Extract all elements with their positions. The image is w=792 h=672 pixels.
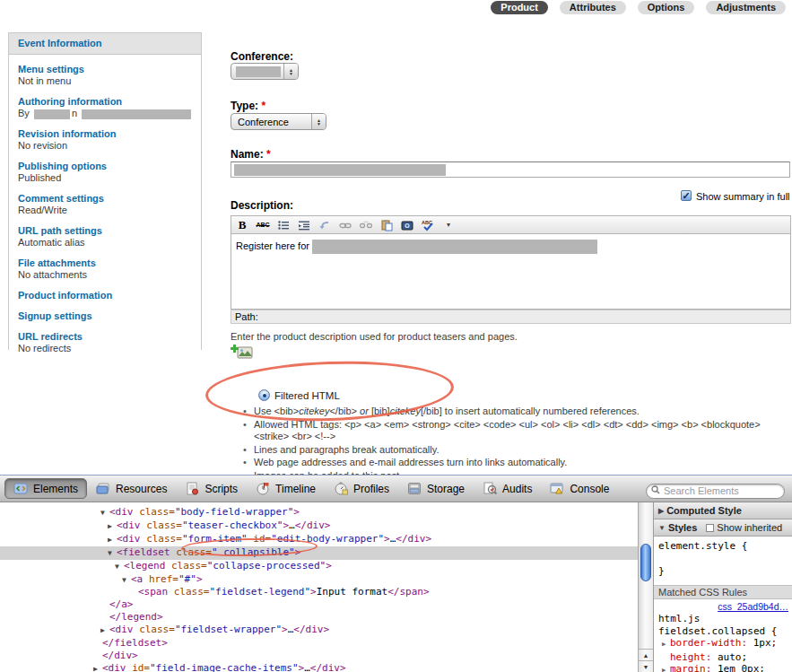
name-input[interactable]	[231, 161, 790, 178]
collapsed-arrow-icon[interactable]: ▶	[100, 624, 109, 637]
stylesheet-link[interactable]: css_25ad9b4d…	[654, 599, 792, 612]
type-select[interactable]: Conference ▲▼	[231, 113, 326, 130]
format-tip: Allowed HTML tags: <p> <a> <em> <strong>…	[254, 419, 792, 443]
collapsed-arrow-icon[interactable]: ▶	[662, 639, 670, 651]
sidebar-item-revision-information[interactable]: Revision informationNo revision	[9, 119, 201, 152]
indent-icon[interactable]	[297, 218, 311, 231]
format-tip: Web page addresses and e-mail addresses …	[254, 457, 792, 469]
scroll-up-icon[interactable]: ▲	[639, 649, 653, 660]
tree-node[interactable]: ▼<div class="body-field-wrapper">	[0, 506, 638, 519]
sidebar-item-signup-settings[interactable]: Signup settings	[9, 301, 201, 322]
add-image-icon[interactable]	[231, 344, 254, 361]
show-inherited-checkbox[interactable]	[706, 524, 714, 532]
expanded-arrow-icon[interactable]: ▼	[122, 574, 131, 587]
sidebar-item-file-attachments[interactable]: File attachmentsNo attachments	[9, 249, 201, 281]
chevron-down-icon: ▼	[658, 524, 666, 532]
page-tab-attributes[interactable]: Attributes	[560, 1, 626, 14]
bullet-list-icon[interactable]	[276, 218, 291, 231]
inspector-tab-label: Audits	[502, 483, 532, 495]
elements-icon	[13, 482, 29, 495]
page-tab-adjustments[interactable]: Adjustments	[706, 1, 786, 14]
sidebar-item-menu-settings[interactable]: Menu settingsNot in menu	[9, 55, 201, 87]
collapsed-arrow-icon[interactable]: ▶	[93, 663, 102, 672]
expanded-arrow-icon[interactable]: ▼	[108, 547, 117, 560]
tree-node[interactable]: </a>	[0, 598, 638, 611]
paste-icon[interactable]	[379, 218, 394, 231]
inspector-tab-resources[interactable]: Resources	[87, 478, 176, 499]
inspector-tab-profiles[interactable]: Profiles	[325, 478, 398, 499]
stepper-icon[interactable]: ▲▼	[283, 64, 298, 79]
tree-node[interactable]: </div>	[0, 650, 638, 662]
bold-icon[interactable]: B	[235, 218, 249, 231]
link-icon[interactable]	[338, 218, 352, 231]
inspector-tab-storage[interactable]: Storage	[398, 478, 474, 499]
editor-path-bar: Path:	[231, 310, 791, 324]
tree-node[interactable]: </fieldset>	[0, 637, 638, 650]
description-help-text: Enter the product description used for p…	[231, 331, 518, 342]
stepper-icon[interactable]: ▲▼	[311, 114, 326, 129]
sidebar-item-subtitle: By n	[18, 108, 192, 119]
undo-icon[interactable]	[318, 218, 332, 231]
collapsed-arrow-icon[interactable]: ▶	[662, 665, 670, 672]
show-summary-checkbox[interactable]: ✓	[681, 190, 692, 201]
search-input[interactable]	[646, 484, 785, 499]
sidebar-item-comment-settings[interactable]: Comment settingsRead/Write	[9, 184, 201, 216]
inspector-tab-elements[interactable]: Elements	[4, 478, 87, 499]
code-tag: </legend>	[109, 611, 163, 623]
editor-content[interactable]: Register here for	[231, 234, 791, 310]
inspector-tab-label: Scripts	[205, 483, 238, 495]
css-property: ▶margin: 1em 0px;	[658, 663, 788, 672]
styles-header[interactable]: ▼ Styles Show inherited	[654, 519, 792, 537]
tree-node[interactable]: ▼<a href="#">	[0, 573, 638, 587]
page-tab-product[interactable]: Product	[491, 1, 548, 14]
computed-style-header[interactable]: ▶ Computed Style	[654, 502, 792, 519]
sidebar-item-url-redirects[interactable]: URL redirectsNo redirects	[9, 322, 201, 354]
inspector-search[interactable]	[646, 482, 785, 497]
redacted-value	[234, 164, 446, 176]
tree-scrollbar[interactable]: ▲ ▼	[638, 502, 653, 672]
scrollbar-thumb[interactable]	[640, 544, 651, 581]
code-val: "#"	[178, 573, 196, 585]
image-icon[interactable]	[400, 218, 414, 231]
code-tag: >	[326, 560, 332, 572]
scroll-down-icon[interactable]: ▼	[639, 660, 653, 672]
spellcheck-icon[interactable]: ABC	[421, 218, 435, 231]
sidebar-item-authoring-information[interactable]: Authoring informationBy n	[9, 87, 201, 119]
tree-node[interactable]: ▶<div class="teaser-checkbox">…</div>	[0, 519, 638, 533]
sidebar-item-url-path-settings[interactable]: URL path settingsAutomatic alias	[9, 216, 201, 249]
sidebar-item-subtitle: Automatic alias	[18, 237, 192, 249]
unlink-icon[interactable]	[359, 218, 373, 231]
inspector-tab-scripts[interactable]: Scripts	[176, 478, 247, 499]
code-tag: </div>	[295, 519, 331, 531]
tree-node[interactable]: ▼<legend class="collapse-processed">	[0, 560, 638, 573]
inspector-tab-console[interactable]: Console	[541, 478, 618, 499]
redacted-text	[82, 109, 191, 119]
tree-node[interactable]: ▼<fieldset class=" collapsible">	[0, 546, 638, 560]
screen: ProductAttributesOptionsAdjustments Even…	[0, 0, 792, 672]
sidebar-item-event-information[interactable]: Event Information	[9, 33, 201, 55]
collapsed-arrow-icon[interactable]: ▶	[108, 534, 117, 546]
tree-node[interactable]: </legend>	[0, 611, 638, 624]
css-property-value: 1px;	[753, 637, 778, 649]
sidebar-item-title: Revision information	[18, 127, 192, 140]
tree-node[interactable]: ▶<div id="field-image-cache-items">…</di…	[0, 662, 638, 672]
tree-node[interactable]: <span class="fieldset-legend">Input form…	[0, 586, 638, 598]
code-tag: >	[310, 586, 317, 598]
elements-tree: ▼<div class="body-field-wrapper">▶<div c…	[0, 502, 638, 672]
code-val: "fieldset-legend"	[210, 586, 311, 598]
expanded-arrow-icon[interactable]: ▼	[115, 561, 124, 573]
tree-node[interactable]: ▶<div class="form-item" id="edit-body-wr…	[0, 533, 638, 546]
dropdown-arrow-icon[interactable]: ▾	[441, 218, 456, 231]
inspector-tab-audits[interactable]: Audits	[474, 478, 541, 499]
page-tab-options[interactable]: Options	[638, 1, 695, 14]
console-icon	[550, 482, 565, 495]
expanded-arrow-icon[interactable]: ▼	[100, 507, 109, 519]
code-tag: <div	[117, 519, 146, 531]
conference-select[interactable]: ▲▼	[231, 63, 299, 80]
sidebar-item-publishing-options[interactable]: Publishing optionsPublished	[9, 152, 201, 184]
tree-node[interactable]: ▶<div class="fieldset-wrapper">…</div>	[0, 624, 638, 637]
collapsed-arrow-icon[interactable]: ▶	[108, 520, 117, 533]
inspector-tab-timeline[interactable]: Timeline	[247, 478, 325, 499]
sidebar-item-product-information[interactable]: Product information	[9, 281, 201, 301]
strikethrough-icon[interactable]: ABC	[256, 218, 270, 231]
